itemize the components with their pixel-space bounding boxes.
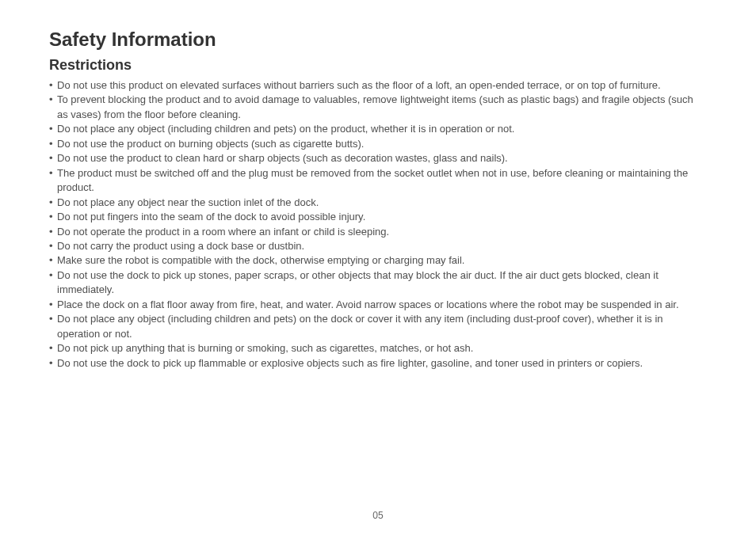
page-title: Safety Information	[49, 29, 707, 51]
list-item: Do not place any object (including child…	[49, 312, 707, 341]
list-item: Do not operate the product in a room whe…	[49, 225, 707, 239]
list-item: Do not carry the product using a dock ba…	[49, 239, 707, 253]
list-item: Do not put fingers into the seam of the …	[49, 210, 707, 224]
list-item: Place the dock on a flat floor away from…	[49, 298, 707, 312]
list-item: Do not place any object near the suction…	[49, 196, 707, 210]
page-number: 05	[0, 510, 756, 521]
list-item: Do not pick up anything that is burning …	[49, 341, 707, 356]
list-item: To prevent blocking the product and to a…	[49, 93, 707, 122]
list-item: Make sure the robot is compatible with t…	[49, 253, 707, 268]
list-item: Do not use the dock to pick up stones, p…	[49, 268, 707, 298]
list-item: Do not use the product on burning object…	[49, 137, 707, 151]
document-page: Safety Information Restrictions Do not u…	[0, 0, 756, 371]
list-item: Do not place any object (including child…	[49, 122, 707, 136]
list-item: Do not use the product to clean hard or …	[49, 151, 707, 165]
restrictions-list: Do not use this product on elevated surf…	[49, 78, 707, 371]
list-item: The product must be switched off and the…	[49, 166, 707, 196]
list-item: Do not use the dock to pick up flammable…	[49, 356, 707, 371]
section-subtitle: Restrictions	[49, 57, 707, 74]
list-item: Do not use this product on elevated surf…	[49, 78, 707, 93]
